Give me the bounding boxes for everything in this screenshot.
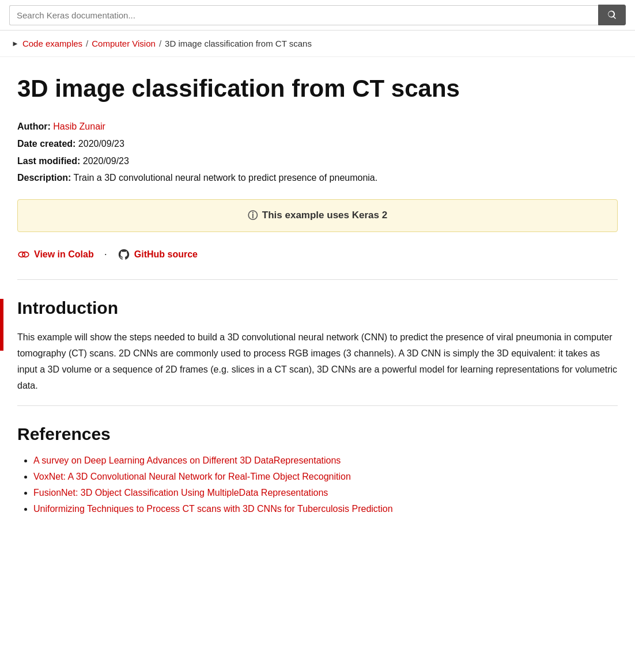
references-title: References <box>17 424 618 444</box>
introduction-title: Introduction <box>17 298 618 318</box>
colab-icon <box>17 248 30 261</box>
search-bar <box>0 0 635 31</box>
introduction-body: This example will show the steps needed … <box>17 329 618 394</box>
ref-link-2[interactable]: FusionNet: 3D Object Classification Usin… <box>33 488 328 498</box>
meta-section: Author: Hasib Zunair Date created: 2020/… <box>17 119 618 185</box>
date-created-label: Date created: <box>17 139 75 149</box>
introduction-section: Introduction This example will show the … <box>17 298 618 394</box>
breadcrumb-code-examples[interactable]: Code examples <box>22 39 82 48</box>
meta-description-row: Description: Train a 3D convolutional ne… <box>17 170 618 185</box>
ref-link-0[interactable]: A survey on Deep Learning Advances on Di… <box>33 455 341 465</box>
last-modified-label: Last modified: <box>17 156 80 166</box>
colab-link-label: View in Colab <box>34 249 94 260</box>
list-item: Uniformizing Techniques to Process CT sc… <box>33 504 618 514</box>
search-input[interactable] <box>9 5 598 25</box>
github-link[interactable]: GitHub source <box>118 248 198 261</box>
keras-notice: ⓘ This example uses Keras 2 <box>17 199 618 232</box>
page-title: 3D image classification from CT scans <box>17 74 618 103</box>
divider-2 <box>17 405 618 406</box>
github-icon <box>118 248 130 261</box>
list-item: A survey on Deep Learning Advances on Di… <box>33 455 618 466</box>
references-section: References A survey on Deep Learning Adv… <box>17 424 618 514</box>
author-label: Author: <box>17 122 51 131</box>
references-list: A survey on Deep Learning Advances on Di… <box>17 455 618 514</box>
svg-point-1 <box>22 252 29 257</box>
action-links: View in Colab · GitHub source <box>17 248 618 261</box>
info-icon: ⓘ <box>248 209 258 222</box>
list-item: FusionNet: 3D Object Classification Usin… <box>33 488 618 498</box>
breadcrumb: ► Code examples / Computer Vision / 3D i… <box>0 31 635 57</box>
divider-1 <box>17 279 618 280</box>
main-content: 3D image classification from CT scans Au… <box>0 57 635 549</box>
breadcrumb-current-page: 3D image classification from CT scans <box>165 39 312 48</box>
colab-link[interactable]: View in Colab <box>17 248 94 261</box>
action-separator: · <box>104 248 107 260</box>
breadcrumb-sep-1: / <box>86 39 88 48</box>
keras-notice-text: This example uses Keras 2 <box>262 210 387 221</box>
breadcrumb-arrow-icon: ► <box>12 39 19 48</box>
ref-link-1[interactable]: VoxNet: A 3D Convolutional Neural Networ… <box>33 472 351 481</box>
meta-date-created-row: Date created: 2020/09/23 <box>17 136 618 151</box>
last-modified: 2020/09/23 <box>83 156 129 166</box>
list-item: VoxNet: A 3D Convolutional Neural Networ… <box>33 472 618 482</box>
author-link[interactable]: Hasib Zunair <box>53 122 105 131</box>
github-link-label: GitHub source <box>134 249 198 260</box>
description: Train a 3D convolutional neural network … <box>74 173 378 183</box>
description-label: Description: <box>17 173 71 183</box>
search-icon <box>607 10 617 20</box>
breadcrumb-computer-vision[interactable]: Computer Vision <box>92 39 156 48</box>
meta-last-modified-row: Last modified: 2020/09/23 <box>17 154 618 169</box>
meta-author-row: Author: Hasib Zunair <box>17 119 618 134</box>
ref-link-3[interactable]: Uniformizing Techniques to Process CT sc… <box>33 504 393 514</box>
breadcrumb-sep-2: / <box>159 39 161 48</box>
red-side-bar <box>0 299 3 351</box>
date-created: 2020/09/23 <box>78 139 124 149</box>
search-button[interactable] <box>598 5 626 25</box>
